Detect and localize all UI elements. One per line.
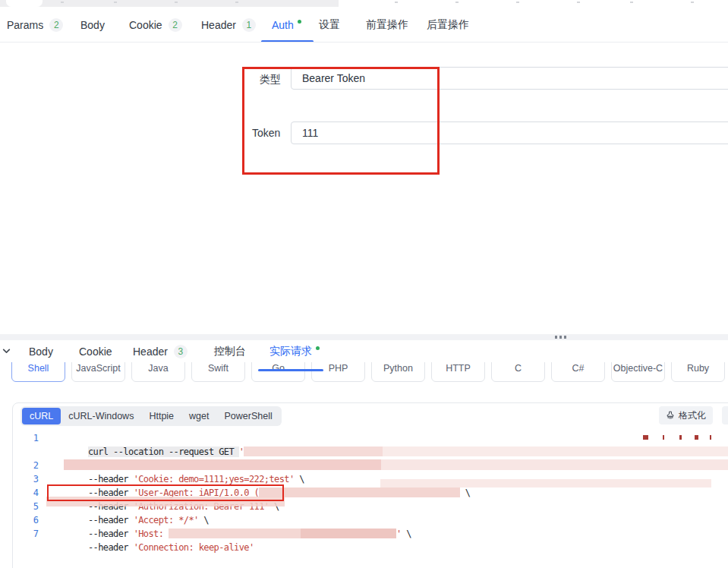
variant-curl-windows[interactable]: cURL-Windows xyxy=(61,408,141,424)
line-number: 6 xyxy=(13,513,39,527)
code-line-6: 6--header 'Host: ' \ xyxy=(13,513,728,527)
resp-tab-body[interactable]: Body xyxy=(29,340,53,362)
tab-label: 前置操作 xyxy=(366,18,408,32)
tab-label: Cookie xyxy=(79,346,112,358)
variant-powershell[interactable]: PowerShell xyxy=(216,408,279,424)
line-number: 3 xyxy=(13,472,39,486)
line-number: 7 xyxy=(13,527,39,541)
tab-post-actions[interactable]: 后置操作 xyxy=(427,7,469,43)
code-snippet-panel: cURL cURL-Windows Httpie wget PowerShell… xyxy=(12,402,728,568)
curl-code: 1curl --location --request GET ' 2--head… xyxy=(13,431,728,541)
app-screen: Params 2 Body Cookie 2 Header 1 Auth 设置 … xyxy=(0,0,728,568)
tab-pre-actions[interactable]: 前置操作 xyxy=(366,7,408,43)
tab-cookie[interactable]: Cookie 2 xyxy=(129,7,182,43)
resp-tab-console[interactable]: 控制台 xyxy=(214,340,246,362)
format-brush-icon xyxy=(666,411,675,420)
redacted-bar-right xyxy=(380,479,711,488)
redaction-overlay xyxy=(46,497,285,506)
tab-label: 设置 xyxy=(319,18,340,32)
tabbar-divider xyxy=(0,42,728,43)
drag-dots-icon xyxy=(555,336,566,339)
code-line-7: 7--header 'Connection: keep-alive' xyxy=(13,527,728,541)
tab-label: 控制台 xyxy=(214,345,246,358)
code-line-5: 5--header 'Accept: */*' \ xyxy=(13,500,728,513)
tab-label: Auth xyxy=(272,19,294,31)
code-line-1: 1curl --location --request GET ' xyxy=(13,431,728,445)
line-number: 1 xyxy=(13,431,39,445)
active-tab-underline xyxy=(258,369,323,371)
code-line-1-continuation xyxy=(13,445,728,459)
line-number: 2 xyxy=(13,459,39,472)
tab-label: Params xyxy=(7,19,43,31)
resp-tab-header[interactable]: Header 3 xyxy=(133,340,188,362)
auth-token-input[interactable] xyxy=(291,121,728,144)
tab-body[interactable]: Body xyxy=(80,7,105,43)
variant-curl[interactable]: cURL xyxy=(22,408,61,424)
format-button-label: 格式化 xyxy=(679,409,706,422)
tab-auth[interactable]: Auth xyxy=(272,7,301,43)
tab-label: 实际请求 xyxy=(269,345,312,358)
resp-tab-actual-request[interactable]: 实际请求 xyxy=(269,340,320,362)
request-tab-bar: Params 2 Body Cookie 2 Header 1 Auth 设置 … xyxy=(0,7,728,43)
curl-variant-switcher: cURL cURL-Windows Httpie wget PowerShell xyxy=(20,406,282,426)
tab-params[interactable]: Params 2 xyxy=(7,7,63,43)
header-count-badge: 1 xyxy=(242,18,256,32)
resp-header-count-badge: 3 xyxy=(174,345,188,358)
actual-request-dot-icon xyxy=(316,346,320,350)
auth-active-dot-icon xyxy=(298,20,301,24)
panel-resize-handle[interactable] xyxy=(0,334,728,340)
format-button[interactable]: 格式化 xyxy=(659,406,713,424)
top-window-strip xyxy=(0,0,339,7)
variant-wget[interactable]: wget xyxy=(181,408,216,424)
auth-token-label: Token xyxy=(252,127,280,139)
tab-label: Cookie xyxy=(129,19,162,31)
code-line-2: 2--header 'Cookie: demo=1111;yes=222;tes… xyxy=(13,459,728,472)
params-count-badge: 2 xyxy=(49,18,63,32)
resp-tab-cookie[interactable]: Cookie xyxy=(79,340,112,362)
header-keyword: --header xyxy=(88,542,134,553)
auth-type-label: 类型 xyxy=(260,73,281,85)
tab-settings[interactable]: 设置 xyxy=(319,7,340,43)
active-window-tab[interactable] xyxy=(6,0,43,7)
response-panel-header: Body Cookie Header 3 控制台 实际请求 xyxy=(0,334,728,362)
line-number: 4 xyxy=(13,486,39,500)
tab-label: Body xyxy=(80,19,105,31)
copy-button-partial[interactable] xyxy=(722,406,728,424)
tab-label: 后置操作 xyxy=(427,18,469,32)
response-tab-bar: Body Cookie Header 3 控制台 实际请求 xyxy=(0,340,728,362)
tab-label: Body xyxy=(29,346,53,358)
line-number: 5 xyxy=(13,500,39,513)
cookie-count-badge: 2 xyxy=(169,18,182,32)
tab-label: Header xyxy=(201,19,236,31)
chevron-down-icon[interactable] xyxy=(2,346,11,356)
auth-type-select[interactable] xyxy=(291,67,728,90)
tab-label: Header xyxy=(133,346,168,358)
connection-header-string: 'Connection: keep-alive' xyxy=(134,542,254,553)
variant-httpie[interactable]: Httpie xyxy=(141,408,181,424)
tab-header[interactable]: Header 1 xyxy=(201,7,256,43)
